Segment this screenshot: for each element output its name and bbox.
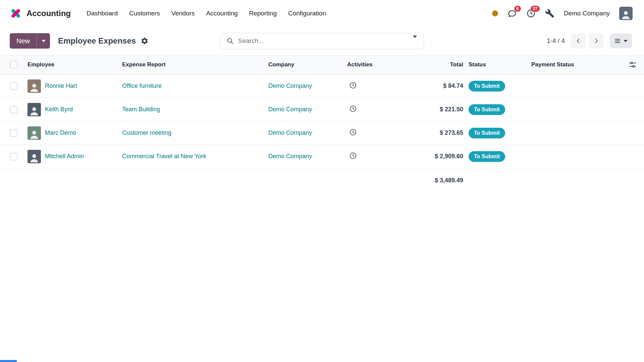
schedule-activity-button[interactable] [349,105,357,113]
search-dropdown-toggle[interactable] [412,36,418,46]
status-dot-icon[interactable] [492,10,498,16]
chevron-right-icon [593,38,600,44]
search-input[interactable] [238,37,408,45]
table-row[interactable]: Keith Byrd Team Building Demo Company $ … [0,98,644,121]
chevron-down-icon [42,40,46,42]
expense-report-link[interactable]: Commercial Travel at New York [122,153,206,160]
avatar [28,150,41,163]
gear-icon [141,37,149,45]
clock-icon [349,105,357,113]
status-badge: To Submit [469,104,505,115]
odoo-logo[interactable] [10,7,22,19]
menu-accounting[interactable]: Accounting [201,0,244,27]
view-actions-button[interactable] [141,37,149,45]
table-row[interactable]: Ronnie Hart Office furniture Demo Compan… [0,74,644,98]
person-icon [29,81,40,93]
status-badge: To Submit [469,81,505,92]
status-badge: To Submit [469,151,505,162]
schedule-activity-button[interactable] [349,128,357,136]
activities-button[interactable]: 27 [526,9,536,18]
employee-link[interactable]: Keith Byrd [45,106,73,113]
totals-row: $ 3,489.49 [0,168,644,192]
activities-badge: 27 [531,6,539,12]
menu-vendors[interactable]: Vendors [166,0,201,27]
table-row[interactable]: Marc Demo Customer meeting Demo Company … [0,121,644,145]
menu-configuration[interactable]: Configuration [282,0,332,27]
employee-link[interactable]: Mitchell Admin [45,153,84,160]
avatar [28,79,41,93]
company-selector[interactable]: Demo Company [564,10,610,17]
total-amount: $ 273.65 [387,129,466,136]
expense-report-link[interactable]: Team Building [122,106,160,113]
table-header-row: Employee Expense Report Company Activiti… [0,55,644,74]
employee-link[interactable]: Marc Demo [45,129,76,136]
header-company[interactable]: Company [260,61,338,68]
optional-columns-button[interactable] [629,61,637,69]
sliders-icon [629,61,637,69]
new-dropdown-button[interactable] [37,33,50,49]
search-bar [220,33,424,49]
chevron-down-icon [413,36,417,44]
header-status[interactable]: Status [466,61,531,68]
header-payment-status[interactable]: Payment Status [531,61,621,68]
user-avatar[interactable] [619,7,633,20]
control-panel: New Employee Expenses 1-4 / 4 [0,27,644,55]
person-icon [29,128,40,140]
expense-report-link[interactable]: Office furniture [122,82,162,89]
pager-next-button[interactable] [589,34,604,48]
search-icon [226,37,234,45]
employee-link[interactable]: Ronnie Hart [45,82,77,89]
pager-area: 1-4 / 4 [547,34,632,48]
bottom-left-accent [0,360,17,362]
schedule-activity-button[interactable] [349,152,357,160]
row-checkbox[interactable] [10,82,17,90]
view-switcher-button[interactable] [610,34,632,48]
messages-badge: 6 [514,6,521,12]
row-checkbox[interactable] [10,106,17,113]
header-total[interactable]: Total [387,61,466,68]
total-amount: $ 84.74 [387,82,466,89]
company-link[interactable]: Demo Company [268,153,312,160]
row-checkbox[interactable] [10,129,17,137]
new-button[interactable]: New [10,33,37,49]
company-link[interactable]: Demo Company [268,129,312,136]
avatar [28,103,41,116]
table-row[interactable]: Mitchell Admin Commercial Travel at New … [0,145,644,168]
clock-icon [349,152,357,160]
person-icon [620,9,632,20]
status-badge: To Submit [469,128,505,138]
list-icon [614,38,621,44]
clock-icon [349,81,357,89]
app-name[interactable]: Accounting [26,9,71,18]
new-button-group: New [10,33,50,49]
total-sum: $ 3,489.49 [387,177,466,184]
debug-tools-button[interactable] [545,9,554,18]
page-title: Employee Expenses [58,36,136,46]
header-employee[interactable]: Employee [19,61,113,68]
avatar [28,126,41,140]
expenses-list: Employee Expense Report Company Activiti… [0,55,644,192]
app-switcher[interactable]: Accounting [10,7,71,19]
menu-dashboard[interactable]: Dashboard [81,0,123,27]
main-menu: Dashboard Customers Vendors Accounting R… [81,0,332,27]
total-amount: $ 221.50 [387,106,466,113]
chevron-down-icon [624,40,628,42]
person-icon [29,105,40,116]
pager-previous-button[interactable] [571,34,586,48]
expense-report-link[interactable]: Customer meeting [122,129,171,136]
schedule-activity-button[interactable] [349,81,357,89]
menu-reporting[interactable]: Reporting [244,0,282,27]
company-link[interactable]: Demo Company [268,82,312,89]
header-activities[interactable]: Activities [338,61,387,68]
select-all-checkbox[interactable] [10,61,17,68]
total-amount: $ 2,909.60 [387,153,466,160]
chevron-left-icon [575,38,582,44]
menu-customers[interactable]: Customers [123,0,166,27]
company-link[interactable]: Demo Company [268,106,312,113]
row-checkbox[interactable] [10,153,17,160]
messages-button[interactable]: 6 [507,9,517,18]
header-expense-report[interactable]: Expense Report [113,61,260,68]
pager-value[interactable]: 1-4 / 4 [547,37,565,45]
systray: 6 27 Demo Company [492,7,633,20]
top-navbar: Accounting Dashboard Customers Vendors A… [0,0,644,27]
